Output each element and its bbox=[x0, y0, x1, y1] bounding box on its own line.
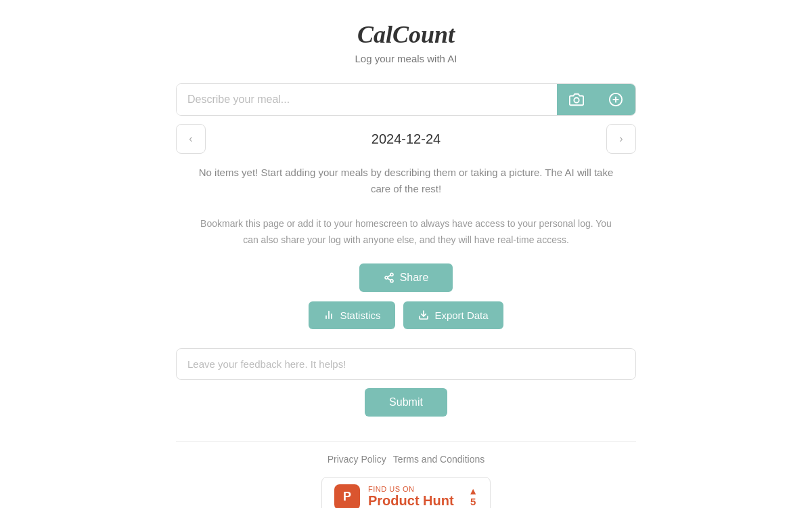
feedback-input[interactable] bbox=[176, 348, 636, 380]
footer-divider bbox=[176, 441, 636, 442]
ph-vote: ▲ 5 bbox=[468, 486, 478, 507]
share-button[interactable]: Share bbox=[359, 263, 453, 292]
date-nav-row: ‹ 2024-12-24 › bbox=[176, 124, 636, 154]
submit-button[interactable]: Submit bbox=[365, 388, 447, 417]
svg-line-8 bbox=[387, 275, 390, 277]
action-row: Statistics Export Data bbox=[309, 301, 503, 329]
ph-upvote-arrow: ▲ bbox=[468, 486, 478, 496]
share-label: Share bbox=[400, 272, 429, 284]
chevron-left-icon: ‹ bbox=[189, 133, 192, 145]
ph-product-hunt-text: Product Hunt bbox=[368, 493, 454, 508]
ph-text-group: FIND US ON Product Hunt bbox=[368, 485, 454, 508]
chevron-right-icon: › bbox=[619, 133, 623, 145]
plus-icon bbox=[608, 92, 623, 107]
ph-logo-letter: P bbox=[343, 490, 351, 504]
terms-link[interactable]: Terms and Conditions bbox=[393, 454, 484, 465]
ph-left: P FIND US ON Product Hunt bbox=[334, 484, 454, 508]
ph-logo: P bbox=[334, 484, 360, 508]
export-data-button[interactable]: Export Data bbox=[403, 301, 503, 329]
statistics-icon bbox=[323, 310, 334, 320]
empty-state-message: No items yet! Start adding your meals by… bbox=[176, 165, 636, 197]
svg-line-7 bbox=[387, 278, 390, 280]
app-title: CalCount bbox=[357, 20, 455, 49]
footer-links: Privacy Policy Terms and Conditions bbox=[328, 454, 485, 465]
bookmark-info: Bookmark this page or add it to your hom… bbox=[176, 216, 636, 249]
camera-button[interactable] bbox=[557, 84, 596, 115]
svg-point-0 bbox=[574, 98, 579, 102]
app-subtitle: Log your meals with AI bbox=[355, 53, 457, 64]
app-container: CalCount Log your meals with AI ‹ 2024-1… bbox=[176, 20, 636, 508]
meal-input-row bbox=[176, 83, 636, 116]
export-data-label: Export Data bbox=[434, 310, 488, 321]
ph-vote-count: 5 bbox=[470, 496, 476, 507]
date-display: 2024-12-24 bbox=[371, 131, 441, 147]
statistics-button[interactable]: Statistics bbox=[309, 301, 395, 329]
download-icon bbox=[418, 310, 429, 320]
meal-input[interactable] bbox=[177, 84, 557, 115]
submit-label: Submit bbox=[389, 396, 423, 408]
ph-find-us-text: FIND US ON bbox=[368, 485, 454, 493]
next-date-button[interactable]: › bbox=[606, 124, 636, 154]
producthunt-badge[interactable]: P FIND US ON Product Hunt ▲ 5 bbox=[321, 477, 491, 508]
statistics-label: Statistics bbox=[340, 310, 380, 321]
privacy-policy-link[interactable]: Privacy Policy bbox=[328, 454, 386, 465]
add-meal-button[interactable] bbox=[596, 84, 635, 115]
camera-icon bbox=[569, 92, 584, 107]
share-icon bbox=[384, 272, 394, 283]
prev-date-button[interactable]: ‹ bbox=[176, 124, 206, 154]
